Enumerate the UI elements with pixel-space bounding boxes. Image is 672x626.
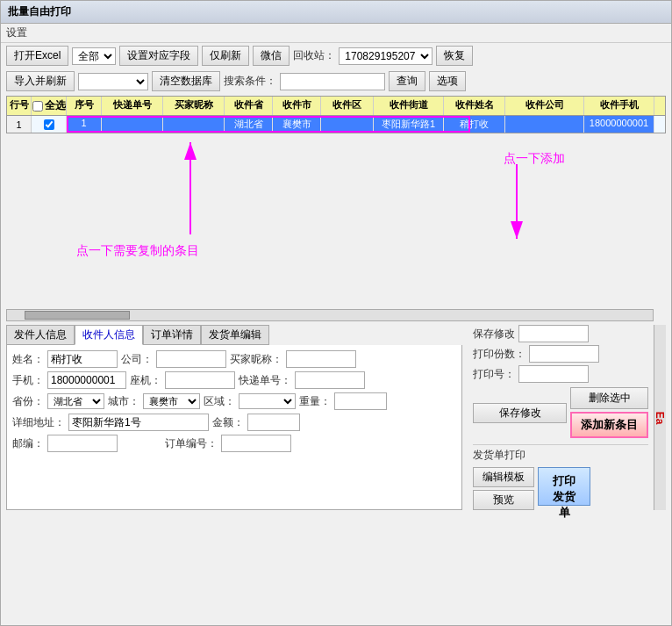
cell-express: [102, 116, 163, 133]
print-count-row: 打印份数：: [473, 345, 648, 363]
table-header: 行号 全选 序号 快递单号 买家昵称 收件省 收件市 收件区 收件街道 收件姓名…: [7, 97, 665, 116]
cell-street: 枣阳新华路1: [374, 116, 444, 133]
cell-checkbox[interactable]: [32, 116, 67, 133]
weight-input[interactable]: [334, 392, 387, 410]
col-selectall[interactable]: 全选: [32, 97, 67, 115]
select-all-checkbox[interactable]: [32, 101, 43, 112]
district-label: 区域：: [204, 394, 235, 409]
cell-company: [505, 116, 584, 133]
wechat-button[interactable]: 微信: [253, 46, 290, 66]
order-no-input[interactable]: [221, 435, 291, 452]
main-window: 批量自由打印 设置 打开Excel 全部 设置对应字段 仅刷新 微信 回收站： …: [0, 0, 672, 626]
form-row-location: 省份： 湖北省 城市： 襄樊市 区域： 重量：: [12, 392, 456, 410]
company-label: 公司：: [121, 352, 153, 367]
far-right-bar: Ea: [654, 325, 666, 510]
open-excel-button[interactable]: 打开Excel: [6, 46, 68, 66]
form-panel: 姓名： 公司： 买家昵称： 手机： 座机： 快递单号： 省份：: [6, 345, 462, 510]
amount-input[interactable]: [247, 414, 300, 431]
express-no-input[interactable]: [295, 371, 365, 389]
import-select[interactable]: [78, 73, 148, 90]
form-row-address: 详细地址： 金额：: [12, 414, 456, 431]
col-phone: 收件手机: [584, 97, 654, 115]
name-label: 姓名：: [12, 352, 44, 367]
template-preview-buttons: 编辑模板 预览: [473, 467, 534, 510]
save-edit-label: 保存修改: [473, 327, 515, 342]
tab-sender-info[interactable]: 发件人信息: [6, 325, 75, 345]
name-input[interactable]: [47, 350, 118, 368]
horizontal-scrollbar[interactable]: [6, 309, 654, 321]
address-label: 详细地址：: [12, 415, 65, 430]
phone-label: 手机：: [12, 373, 44, 388]
cell-rownum: 1: [7, 116, 32, 133]
add-new-button[interactable]: 添加新条目: [570, 412, 648, 438]
zip-input[interactable]: [47, 435, 118, 452]
seat-label: 座机：: [130, 373, 161, 388]
options-button[interactable]: 选项: [429, 71, 466, 91]
single-print-section: 发货单打印: [473, 444, 648, 463]
cell-city: 襄樊市: [273, 116, 321, 133]
tab-order-details[interactable]: 订单详情: [143, 325, 201, 345]
seat-input[interactable]: [165, 371, 235, 389]
amount-label: 金额：: [212, 415, 244, 430]
print-count-label: 打印份数：: [473, 347, 525, 362]
col-rownum: 行号: [7, 97, 32, 115]
col-company: 收件公司: [505, 97, 584, 115]
restore-button[interactable]: 恢复: [436, 46, 473, 66]
save-button[interactable]: 保存修改: [473, 403, 567, 423]
print-count-input[interactable]: [529, 345, 599, 363]
phone-input[interactable]: [47, 371, 126, 389]
district-select[interactable]: [239, 393, 296, 409]
import-refresh-button[interactable]: 导入并刷新: [6, 71, 75, 91]
title-bar: 批量自由打印: [1, 1, 671, 24]
city-select[interactable]: 襄樊市: [143, 393, 200, 409]
form-row-name: 姓名： 公司： 买家昵称：: [12, 350, 456, 368]
search-condition-label: 搜索条件：: [224, 74, 276, 89]
save-edit-input[interactable]: [518, 325, 589, 342]
delete-button[interactable]: 删除选中: [570, 387, 648, 409]
company-input[interactable]: [156, 350, 226, 368]
table-body: 1 1 湖北省 襄樊市 枣阳新华路1 稍打收 18000000001: [7, 116, 665, 133]
arrow-down-svg: [482, 160, 552, 248]
buyer-input[interactable]: [286, 350, 356, 368]
set-fields-button[interactable]: 设置对应字段: [119, 46, 198, 66]
print-no-label: 打印号：: [473, 367, 515, 382]
address-input[interactable]: [68, 414, 209, 431]
tab-waybill-edit[interactable]: 发货单编辑: [201, 325, 269, 345]
clear-db-button[interactable]: 清空数据库: [152, 71, 220, 91]
col-seq: 序号: [67, 97, 102, 115]
tab-receiver-info[interactable]: 收件人信息: [75, 325, 143, 345]
tabs-row: 发件人信息 收件人信息 订单详情 发货单编辑: [6, 325, 462, 345]
scrollbar-thumb[interactable]: [25, 311, 130, 320]
window-title: 批量自由打印: [8, 4, 71, 19]
cell-province: 湖北省: [225, 116, 273, 133]
row-checkbox[interactable]: [44, 119, 54, 130]
cell-buyer: [163, 116, 225, 133]
save-edit-row: 保存修改: [473, 325, 648, 342]
preview-button[interactable]: 预览: [473, 490, 534, 510]
all-select[interactable]: 全部: [72, 47, 116, 65]
print-no-input[interactable]: [518, 365, 589, 383]
table-row[interactable]: 1 1 湖北省 襄樊市 枣阳新华路1 稍打收 18000000001: [7, 116, 665, 133]
print-waybill-button[interactable]: 打印 发货单: [538, 467, 590, 506]
order-no-label: 订单编号：: [165, 436, 218, 451]
annotation-right-text: 点一下添加: [504, 151, 565, 167]
cell-name: 稍打收: [444, 116, 505, 133]
search-button[interactable]: 查询: [389, 71, 425, 91]
annotation-area: 点一下需要复制的条目 点一下添加: [6, 133, 666, 309]
col-street: 收件街道: [374, 97, 444, 115]
cell-phone: 18000000001: [584, 116, 654, 133]
search-input[interactable]: [280, 73, 385, 90]
bottom-section: 发件人信息 收件人信息 订单详情 发货单编辑 姓名： 公司： 买家昵称： 手机：: [1, 323, 671, 512]
province-label: 省份：: [12, 394, 44, 409]
recovery-station-select[interactable]: 170829195207: [339, 47, 433, 65]
recovery-station-label: 回收站：: [293, 48, 335, 63]
single-print-label: 发货单打印: [473, 449, 525, 461]
settings-label: 设置: [6, 26, 27, 39]
cell-seq: 1: [67, 116, 102, 133]
edit-template-button[interactable]: 编辑模板: [473, 467, 534, 487]
form-row-phone: 手机： 座机： 快递单号：: [12, 371, 456, 389]
col-city: 收件市: [273, 97, 321, 115]
form-row-zip: 邮编： 订单编号：: [12, 435, 456, 452]
refresh-only-button[interactable]: 仅刷新: [202, 46, 249, 66]
province-select[interactable]: 湖北省: [47, 393, 104, 409]
